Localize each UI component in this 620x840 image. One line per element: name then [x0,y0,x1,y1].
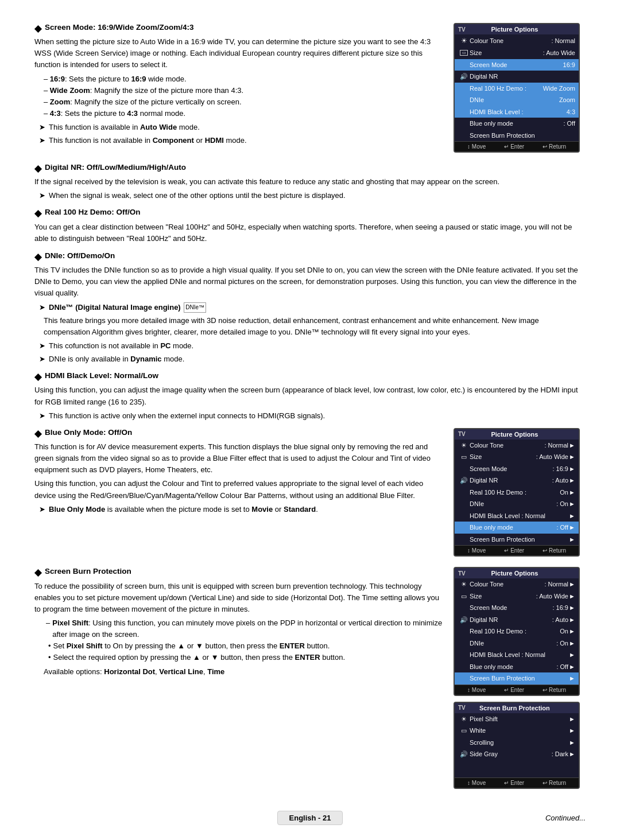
dot-item-1: • Set Pixel Shift to On by pressing the … [48,640,444,652]
tv-row: Screen Burn Protection [455,130,579,142]
tv-row: ▭ White ► [455,725,579,737]
tv-panel-footer: ↕ Move ↵ Enter ↩ Return [455,141,579,151]
tv-osd-panel-4: TV Screen Burn Protection ☀ Pixel Shift … [454,702,580,789]
hdmi-black-heading: ◆ HDMI Black Level: Normal/Low [34,371,586,382]
tv-row: ☀ Colour Tone : Normal [455,34,579,47]
screen-burn-heading: ◆ Screen Burn Protection [34,567,444,578]
english-badge: English - 21 [277,811,343,825]
pixel-shift-item: – Pixel Shift: Using this function, you … [46,617,444,640]
tv-panel-footer-2: ↕ Move ↵ Enter ↩ Return [455,545,579,555]
tv-row: ▭ Size : Auto Wide [455,47,579,59]
tv-row: Screen Mode : 16:9 ► [455,463,579,475]
real-100hz-para: You can get a clear distinction between … [34,221,586,244]
note-6: ➤ This function is active only when the … [39,410,586,422]
nr-icon: 🔊 [460,72,468,81]
tv-row: DNIe : On ► [455,498,579,510]
hdmi-black-section: ◆ HDMI Black Level: Normal/Low Using thi… [34,371,586,423]
dnie-para: This TV includes the DNIe function so as… [34,265,586,299]
tv-row: Blue only mode : Off ► [455,661,579,673]
dnie-badge: DNIe™ [184,302,206,313]
screen-mode-heading: ◆ Screen Mode: 16:9/Wide Zoom/Zoom/4:3 [34,23,444,34]
note-2: ➤ This function is not available in Comp… [39,135,444,146]
tv-row: 🔊 Digital NR : Auto ► [455,475,579,487]
tv-row: DNIe : On ► [455,637,579,650]
tv-row: Scrolling ► [455,737,579,749]
tv-row-highlighted: Real 100 Hz Demo : Wide Zoom [455,83,579,95]
page: ◆ Screen Mode: 16:9/Wide Zoom/Zoom/4:3 W… [34,23,586,825]
list-item: – Wide Zoom: Magnify the size of the pic… [44,85,444,96]
tv-row: Real 100 Hz Demo : On ► [455,625,579,637]
blue-only-text: ◆ Blue Only Mode: Off/On This function i… [34,428,444,517]
dnie-sub-para: This feature brings you more detailed im… [44,315,586,338]
page-bottom: English - 21 Continued... [34,811,586,825]
picture-icon-2: ☀ [461,441,467,450]
tv-row: HDMI Black Level : Normal ► [455,649,579,661]
real-100hz-section: ◆ Real 100 Hz Demo: Off/On You can get a… [34,208,586,246]
tv-row-highlighted: DNIe Zoom [455,94,579,106]
screen-burn-text: ◆ Screen Burn Protection To reduce the p… [34,567,444,679]
size-icon: ▭ [460,50,468,56]
tv-row: ☀ Colour Tone : Normal ► [455,578,579,590]
tv-row: Real 100 Hz Demo : On ► [455,487,579,499]
tv-osd-panel-1: TV Picture Options ☀ Colour Tone : Norma… [454,23,580,153]
tv-row-highlighted: Screen Mode 16:9 [455,59,579,71]
tv-row: ☀ Pixel Shift ► [455,713,579,725]
screen-burn-section: ◆ Screen Burn Protection To reduce the p… [34,567,586,794]
dnie-section: ◆ DNIe: Off/Demo/On This TV includes the… [34,251,586,367]
screen-burn-para: To reduce the possibility of screen burn… [34,581,444,615]
dnie-heading: ◆ DNIe: Off/Demo/On [34,251,586,262]
tv-row: 🔊 Digital NR : Auto ► [455,614,579,626]
tv-panel-footer-4: ↕ Move ↵ Enter ↩ Return [455,777,579,788]
size-icon-3: ▭ [461,592,467,601]
tv-row-highlighted: HDMI Black Level : 4:3 [455,106,579,118]
digital-nr-para: If the signal received by the television… [34,176,586,188]
blue-only-heading: ◆ Blue Only Mode: Off/On [34,428,444,439]
tv-row: ▭ Size : Auto Wide ► [455,590,579,602]
picture-icon: ☀ [461,36,467,46]
screen-burn-panels: TV Picture Options ☀ Colour Tone : Norma… [454,567,586,794]
digital-nr-heading: ◆ Digital NR: Off/Low/Medium/High/Auto [34,163,586,174]
list-item: – 16:9: Sets the picture to 16:9 wide mo… [44,73,444,85]
bullet-diamond: ◆ [34,23,41,34]
blue-only-panel: TV Picture Options ☀ Colour Tone : Norma… [454,428,586,562]
tv-row: Screen Mode : 16:9 ► [455,602,579,614]
list-item: – 4:3: Sets the picture to 4:3 normal mo… [44,108,444,119]
tv-row: 🔊 Digital NR [455,71,579,83]
blue-only-para-1: This function is for AV device measureme… [34,441,444,476]
screen-mode-panel: TV Picture Options ☀ Colour Tone : Norma… [454,23,586,157]
digital-nr-section: ◆ Digital NR: Off/Low/Medium/High/Auto I… [34,163,586,203]
size-icon-4: ▭ [461,726,467,736]
list-item: – Zoom: Magnify the size of the picture … [44,96,444,108]
note-5: ➤ DNIe is only available in Dynamic mode… [39,353,586,365]
hdmi-black-para: Using this function, you can adjust the … [34,384,586,407]
blue-only-para-2: Using this function, you can adjust the … [34,478,444,501]
dot-item-2: • Select the required option by pressing… [48,652,444,663]
screen-mode-section: ◆ Screen Mode: 16:9/Wide Zoom/Zoom/4:3 W… [34,23,586,157]
tv-panel-header-3: TV Picture Options [455,568,579,578]
screen-mode-para: When setting the picture size to Auto Wi… [34,36,444,71]
tv-row-highlighted-3: Screen Burn Protection ► [455,672,579,685]
tv-osd-panel-2: TV Picture Options ☀ Colour Tone : Norma… [454,428,580,557]
available-options: Available options: Horizontal Dot, Verti… [44,666,444,678]
tv-panel-header-2: TV Picture Options [455,429,579,440]
size-icon-2: ▭ [461,452,467,462]
nr-icon-4: 🔊 [460,749,468,759]
continued-label: Continued... [545,814,586,822]
screen-mode-text: ◆ Screen Mode: 16:9/Wide Zoom/Zoom/4:3 W… [34,23,444,148]
tv-row: Screen Burn Protection ► [455,534,579,546]
tv-row-highlighted-2: Blue only mode : Off ► [455,522,579,534]
note-3: ➤ When the signal is weak, select one of… [39,190,586,201]
note-4: ➤ This cofunction is not available in PC… [39,340,586,352]
nr-icon-2: 🔊 [460,476,468,485]
picture-icon-3: ☀ [461,580,467,589]
tv-panel-footer-3: ↕ Move ↵ Enter ↩ Return [455,685,579,695]
note-1: ➤ This function is available in Auto Wid… [39,122,444,133]
tv-row: HDMI Black Level : Normal ► [455,510,579,522]
blue-only-section: ◆ Blue Only Mode: Off/On This function i… [34,428,586,562]
tv-row: ▭ Size : Auto Wide ► [455,451,579,463]
real-100hz-heading: ◆ Real 100 Hz Demo: Off/On [34,208,586,219]
nr-icon-3: 🔊 [460,615,468,625]
dnie-sub-heading-row: ➤ DNIe™ (Digital Natural Image engine) D… [39,302,586,313]
tv-osd-panel-3: TV Picture Options ☀ Colour Tone : Norma… [454,567,580,696]
picture-icon-4: ☀ [461,714,467,724]
